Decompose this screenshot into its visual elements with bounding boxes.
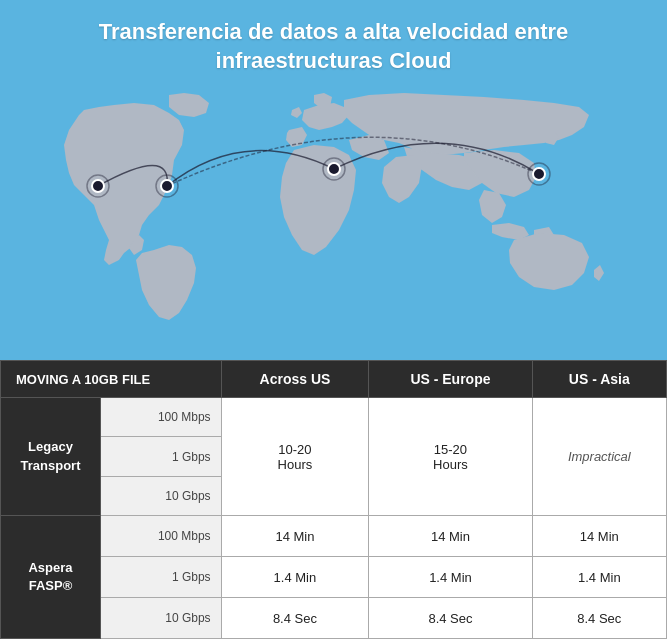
legacy-across-us: 10-20Hours xyxy=(221,398,369,516)
svg-point-3 xyxy=(161,180,173,192)
aspera-us-europe-100: 14 Min xyxy=(369,516,532,557)
speed-cell: 10 Gbps xyxy=(101,476,222,515)
table-header-col4: US - Asia xyxy=(532,361,666,398)
svg-point-7 xyxy=(533,168,545,180)
legacy-us-europe: 15-20Hours xyxy=(369,398,532,516)
aspera-us-asia-1g: 1.4 Min xyxy=(532,557,666,598)
table-row: LegacyTransport 100 Mbps 10-20Hours 15-2… xyxy=(1,398,667,437)
speed-cell: 100 Mbps xyxy=(101,516,222,557)
table-row: 1 Gbps 1.4 Min 1.4 Min 1.4 Min xyxy=(1,557,667,598)
world-map xyxy=(24,85,644,325)
table-header-col2: Across US xyxy=(221,361,369,398)
speed-cell: 100 Mbps xyxy=(101,398,222,437)
map-section: Transferencia de datos a alta velocidad … xyxy=(0,0,667,360)
aspera-us-europe-1g: 1.4 Min xyxy=(369,557,532,598)
speed-cell: 1 Gbps xyxy=(101,437,222,476)
map-container xyxy=(24,85,644,325)
table-header-col1: MOVING A 10GB FILE xyxy=(1,361,222,398)
aspera-across-us-1g: 1.4 Min xyxy=(221,557,369,598)
aspera-us-asia-100: 14 Min xyxy=(532,516,666,557)
speed-cell: 1 Gbps xyxy=(101,557,222,598)
svg-point-1 xyxy=(92,180,104,192)
svg-point-5 xyxy=(328,163,340,175)
table-row: AsperaFASP® 100 Mbps 14 Min 14 Min 14 Mi… xyxy=(1,516,667,557)
title-area: Transferencia de datos a alta velocidad … xyxy=(0,0,667,85)
table-header-col3: US - Europe xyxy=(369,361,532,398)
table-section: MOVING A 10GB FILE Across US US - Europe… xyxy=(0,360,667,639)
aspera-across-us-100: 14 Min xyxy=(221,516,369,557)
table-row: 10 Gbps 8.4 Sec 8.4 Sec 8.4 Sec xyxy=(1,598,667,639)
aspera-us-asia-10g: 8.4 Sec xyxy=(532,598,666,639)
main-container: Transferencia de datos a alta velocidad … xyxy=(0,0,667,639)
data-table: MOVING A 10GB FILE Across US US - Europe… xyxy=(0,360,667,639)
legacy-transport-label: LegacyTransport xyxy=(1,398,101,516)
legacy-us-asia: Impractical xyxy=(532,398,666,516)
aspera-us-europe-10g: 8.4 Sec xyxy=(369,598,532,639)
aspera-across-us-10g: 8.4 Sec xyxy=(221,598,369,639)
speed-cell: 10 Gbps xyxy=(101,598,222,639)
main-title: Transferencia de datos a alta velocidad … xyxy=(30,18,637,75)
aspera-label: AsperaFASP® xyxy=(1,516,101,639)
